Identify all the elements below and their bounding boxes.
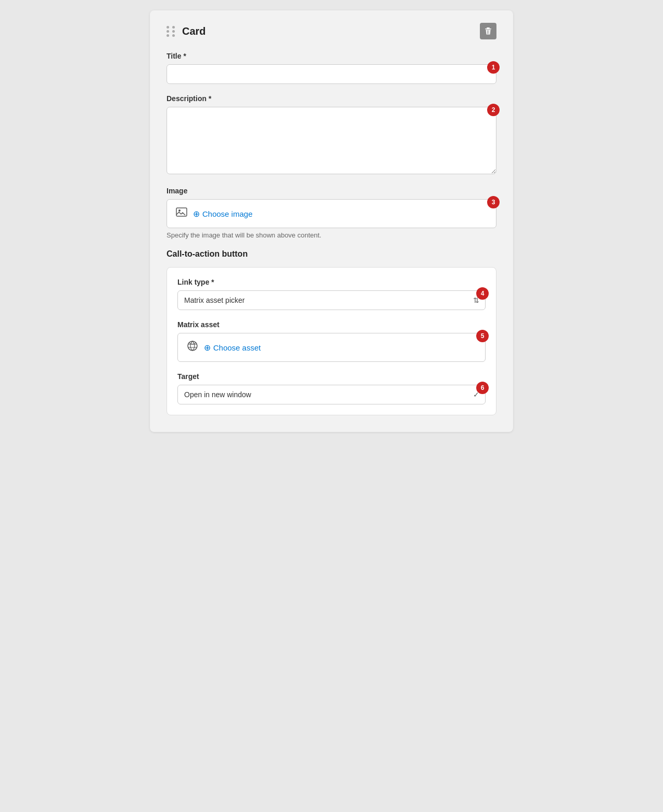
title-badge: 1 (487, 61, 500, 74)
title-input-wrapper: 1 (167, 64, 496, 84)
link-type-badge: 4 (476, 287, 489, 300)
title-label: Title * (167, 52, 496, 60)
image-label: Image (167, 187, 496, 195)
description-label: Description * (167, 94, 496, 103)
svg-rect-0 (487, 27, 490, 29)
matrix-asset-badge: 5 (476, 330, 489, 342)
choose-image-label: Choose image (202, 209, 253, 218)
asset-picker-box[interactable]: ⊕ Choose asset (177, 333, 486, 362)
matrix-asset-field-group: Matrix asset (177, 320, 486, 362)
title-field-group: Title * 1 (167, 52, 496, 84)
image-picker-wrapper: ⊕ Choose image 3 (167, 199, 496, 228)
choose-asset-link[interactable]: ⊕ Choose asset (204, 343, 261, 353)
svg-point-3 (178, 209, 181, 212)
choose-asset-label: Choose asset (213, 343, 261, 352)
cta-section: Call-to-action button Link type * Matrix… (167, 249, 496, 415)
card-panel: Card Title * 1 Description * 2 Image (150, 10, 513, 432)
link-type-select-wrapper: Matrix asset picker URL Email Phone ⇅ (177, 290, 486, 310)
image-field-group: Image ⊕ Choose image 3 Specify the image… (167, 187, 496, 239)
plus-circle-icon: ⊕ (193, 209, 200, 219)
matrix-asset-wrapper: ⊕ Choose asset 5 (177, 333, 486, 362)
link-type-select[interactable]: Matrix asset picker URL Email Phone (177, 290, 486, 310)
card-header: Card (167, 23, 496, 39)
target-select-wrapper: Open in new window Same window ✓ (177, 385, 486, 404)
trash-icon (484, 27, 492, 35)
description-input[interactable] (167, 107, 496, 174)
image-badge: 3 (487, 196, 500, 208)
description-field-group: Description * 2 (167, 94, 496, 176)
delete-button[interactable] (480, 23, 496, 39)
link-type-field-group: Link type * Matrix asset picker URL Emai… (177, 278, 486, 310)
target-select[interactable]: Open in new window Same window (177, 385, 486, 404)
image-hint: Specify the image that will be shown abo… (167, 231, 496, 239)
matrix-asset-label: Matrix asset (177, 320, 486, 329)
choose-image-link[interactable]: ⊕ Choose image (193, 209, 253, 219)
matrix-icon (186, 340, 199, 355)
title-input[interactable] (167, 64, 496, 84)
svg-rect-1 (485, 29, 491, 30)
svg-point-4 (188, 341, 197, 351)
plus-circle-asset-icon: ⊕ (204, 343, 211, 353)
card-heading: Card (182, 25, 206, 37)
description-input-wrapper: 2 (167, 107, 496, 176)
target-label: Target (177, 372, 486, 381)
description-badge: 2 (487, 104, 500, 116)
link-type-wrapper: Matrix asset picker URL Email Phone ⇅ 4 (177, 290, 486, 310)
cta-section-title: Call-to-action button (167, 249, 496, 259)
cta-box: Link type * Matrix asset picker URL Emai… (167, 267, 496, 415)
link-type-label: Link type * (177, 278, 486, 286)
drag-handle[interactable] (167, 26, 176, 37)
image-icon (175, 206, 188, 221)
target-field-group: Target Open in new window Same window ✓ … (177, 372, 486, 404)
target-wrapper: Open in new window Same window ✓ 6 (177, 385, 486, 404)
image-picker-box[interactable]: ⊕ Choose image (167, 199, 496, 228)
card-header-left: Card (167, 25, 206, 37)
target-badge: 6 (476, 382, 489, 394)
